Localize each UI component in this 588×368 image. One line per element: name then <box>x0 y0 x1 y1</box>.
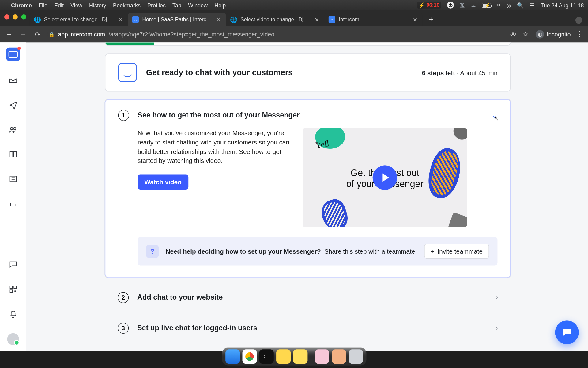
step-1-body-text: Now that you've customized your Messenge… <box>138 128 290 165</box>
svg-point-0 <box>10 127 13 130</box>
url-host: app.intercom.com <box>58 31 105 38</box>
browser-tab[interactable]: 🌐 Select email to change | Django ✕ <box>30 13 128 26</box>
share-step-banner: ? Need help deciding how to set up your … <box>138 237 497 266</box>
battery-time-remaining: 06:10 <box>427 2 439 8</box>
control-center-icon[interactable]: ◎ <box>506 2 511 8</box>
reports-bar-chart-icon[interactable] <box>8 198 18 209</box>
tabstrip-overflow-icon[interactable] <box>575 17 582 24</box>
tab-close-button[interactable]: ✕ <box>117 16 124 23</box>
battery-status-icon[interactable]: ⚡ <box>482 3 491 7</box>
hero-steps-left: 6 steps left <box>422 69 455 76</box>
articles-book-icon[interactable] <box>8 149 18 159</box>
decorative-blob-icon <box>448 212 467 227</box>
chevron-right-icon: › <box>496 324 498 332</box>
status-x-icon[interactable]: 𝕏 <box>460 2 464 9</box>
page-content: Get ready to chat with your customers 6 … <box>26 42 588 351</box>
svg-point-6 <box>14 291 15 292</box>
menu-history[interactable]: History <box>89 2 106 8</box>
intercom-launcher-button[interactable] <box>555 320 579 344</box>
menubar-datetime[interactable]: Tue 24 Aug 11:18 <box>541 2 584 8</box>
menubar-app-name[interactable]: Chrome <box>11 2 32 8</box>
notifications-bell-icon[interactable] <box>8 309 18 319</box>
invite-teammate-button[interactable]: + Invite teammate <box>424 244 489 259</box>
dock-terminal-icon[interactable] <box>259 349 273 364</box>
menu-window[interactable]: Window <box>188 2 208 8</box>
menu-bookmarks[interactable]: Bookmarks <box>113 2 141 8</box>
mouse-cursor-icon: ↖ <box>494 115 499 122</box>
intercom-logo-icon[interactable] <box>6 48 20 61</box>
apps-grid-icon[interactable] <box>8 284 18 294</box>
dock-folder-icon[interactable] <box>315 349 329 364</box>
menu-view[interactable]: View <box>70 2 82 8</box>
dock-folder-icon[interactable] <box>331 349 346 364</box>
dock-notes-icon[interactable] <box>276 349 290 364</box>
incognito-label: Incognito <box>547 31 571 38</box>
plus-icon: + <box>430 247 434 255</box>
bookmark-star-icon[interactable]: ☆ <box>522 31 528 38</box>
inbox-icon[interactable] <box>8 75 18 86</box>
hero-meta: 6 steps left · About 45 min <box>422 69 498 76</box>
status-circle-icon[interactable]: ⏻ <box>447 2 454 9</box>
previous-card-progress-bar <box>105 42 511 46</box>
dock-finder-icon[interactable] <box>225 349 239 364</box>
new-tab-button[interactable]: + <box>425 13 437 25</box>
tab-close-button[interactable]: ✕ <box>412 16 418 23</box>
step-number-badge: 2 <box>118 292 129 303</box>
macos-menubar: Chrome File Edit View History Bookmarks … <box>0 0 588 10</box>
step-number-badge: 3 <box>118 323 129 334</box>
step-3-title: Set up live chat for logged-in users <box>137 324 257 332</box>
url-path: /a/apps/nqe7r2fw/home?step=get_the_most_… <box>108 31 274 38</box>
nav-reload-button[interactable]: ⟳ <box>33 30 42 38</box>
browser-tab[interactable]: 🌐 Select video to change | Django ✕ <box>226 13 324 26</box>
contacts-icon[interactable] <box>8 125 18 135</box>
watch-video-button[interactable]: Watch video <box>138 175 188 190</box>
menu-help[interactable]: Help <box>214 2 226 8</box>
menu-edit[interactable]: Edit <box>54 2 64 8</box>
tracking-eye-off-icon[interactable]: 👁︎ <box>510 31 517 38</box>
window-minimize-button[interactable] <box>13 14 18 20</box>
cloud-sync-icon[interactable]: ☁︎ <box>470 2 476 8</box>
step-1-video-thumbnail[interactable]: Yell Get the most out of your Messenger <box>303 128 467 227</box>
browser-tab[interactable]: ⌂ Intercom ✕ <box>324 13 423 26</box>
browser-tab-active[interactable]: ⌂ Home | SaaS Paths | Intercom ✕ <box>128 13 226 26</box>
macos-dock <box>222 348 366 366</box>
nav-forward-button: → <box>19 31 28 38</box>
wifi-icon[interactable]: ⌔ <box>497 2 500 8</box>
menu-profiles[interactable]: Profiles <box>147 2 166 8</box>
window-zoom-button[interactable] <box>21 14 26 20</box>
window-controls <box>2 10 29 26</box>
lock-icon: 🔒 <box>48 31 55 37</box>
battery-time-remaining-badge[interactable]: ⚡ 06:10 <box>417 2 441 9</box>
outbound-send-icon[interactable] <box>8 100 18 110</box>
invite-teammate-label: Invite teammate <box>438 247 483 255</box>
question-mark-icon: ? <box>146 245 159 257</box>
messages-bubble-icon[interactable] <box>8 259 18 270</box>
dock-trash-icon[interactable] <box>349 349 363 364</box>
dock-chrome-icon[interactable] <box>242 349 257 364</box>
onboarding-step-3-row[interactable]: 3 Set up live chat for logged-in users › <box>105 317 511 339</box>
step-number-badge: 1 <box>118 110 129 121</box>
user-avatar[interactable] <box>7 333 19 345</box>
news-icon[interactable] <box>8 174 18 184</box>
spotlight-search-icon[interactable]: 🔍 <box>517 2 524 8</box>
onboarding-step-2-row[interactable]: 2 Add chat to your website › <box>105 287 511 308</box>
nav-back-button[interactable]: ← <box>4 31 13 38</box>
incognito-mask-icon <box>536 30 544 39</box>
window-close-button[interactable] <box>4 14 9 20</box>
tab-close-button[interactable]: ✕ <box>216 16 222 23</box>
play-icon[interactable] <box>373 165 397 190</box>
chrome-menu-button[interactable]: ⋮ <box>576 30 584 39</box>
svg-rect-2 <box>10 176 16 182</box>
svg-rect-3 <box>10 286 12 289</box>
step-1-header[interactable]: 1 See how to get the most out of your Me… <box>118 110 498 121</box>
tab-close-button[interactable]: ✕ <box>314 16 320 23</box>
url-field[interactable]: 🔒 app.intercom.com/a/apps/nqe7r2fw/home?… <box>47 29 531 40</box>
menu-file[interactable]: File <box>39 2 47 8</box>
app-sidebar <box>0 42 26 351</box>
tab-title: Select video to change | Django <box>240 17 310 22</box>
dock-app-icon[interactable] <box>293 349 307 364</box>
incognito-indicator[interactable]: Incognito <box>536 30 571 39</box>
menu-tab[interactable]: Tab <box>172 2 181 8</box>
step-2-title: Add chat to your website <box>137 293 223 302</box>
control-toggles-icon[interactable]: ☰ <box>530 2 535 8</box>
